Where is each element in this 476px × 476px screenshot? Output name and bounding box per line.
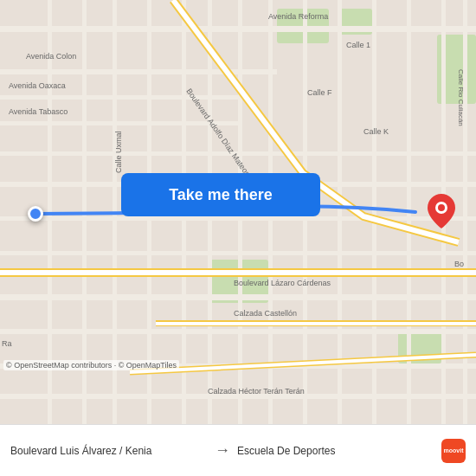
svg-rect-33 [0,270,476,275]
moovit-label: moovit [444,447,464,453]
svg-text:Calzada Castellón: Calzada Castellón [234,309,297,318]
svg-text:Avenida Oaxaca: Avenida Oaxaca [9,81,66,90]
svg-rect-35 [156,322,476,325]
svg-text:Calle K: Calle K [363,127,389,136]
svg-text:Avenida Reforma: Avenida Reforma [268,12,328,21]
user-location-dot [28,206,43,222]
svg-text:Avenida Colon: Avenida Colon [26,52,76,61]
copyright-text: © OpenStreetMap contributors · © OpenMap… [3,360,179,370]
take-me-there-label: Take me there [169,186,273,204]
svg-point-52 [438,204,445,211]
svg-text:Bo: Bo [454,260,464,268]
origin-label: Boulevard Luis Álvarez / Kenia [10,445,151,457]
moovit-logo: moovit [441,439,466,463]
route-origin: Boulevard Luis Álvarez / Kenia [10,445,208,457]
svg-rect-8 [0,95,242,100]
svg-rect-7 [0,69,277,74]
svg-text:Calle Uxmal: Calle Uxmal [114,131,123,173]
svg-text:Calle F: Calle F [307,88,332,97]
svg-text:Calle Rio Culiacán: Calle Rio Culiacán [457,69,465,126]
bottom-bar: Boulevard Luis Álvarez / Kenia → Escuela… [0,424,476,476]
route-arrow: → [215,441,230,460]
svg-text:Ra: Ra [2,339,12,348]
destination-label: Escuela De Deportes [237,445,335,457]
map-container: Avenida Colon Avenida Reforma Avenida Oa… [0,0,476,424]
take-me-there-button[interactable]: Take me there [121,173,320,216]
svg-text:Calzada Héctor Terán Terán: Calzada Héctor Terán Terán [208,387,305,396]
moovit-icon: moovit [441,439,466,463]
copyright-label: © OpenStreetMap contributors · © OpenMap… [6,361,177,370]
destination-pin [428,194,455,232]
route-destination: Escuela De Deportes [237,445,434,457]
svg-rect-31 [463,0,467,424]
svg-text:Avenida Tabasco: Avenida Tabasco [9,107,68,116]
svg-text:Boulevard Lázaro Cárdenas: Boulevard Lázaro Cárdenas [234,279,331,287]
svg-text:Calle 1: Calle 1 [346,41,370,49]
